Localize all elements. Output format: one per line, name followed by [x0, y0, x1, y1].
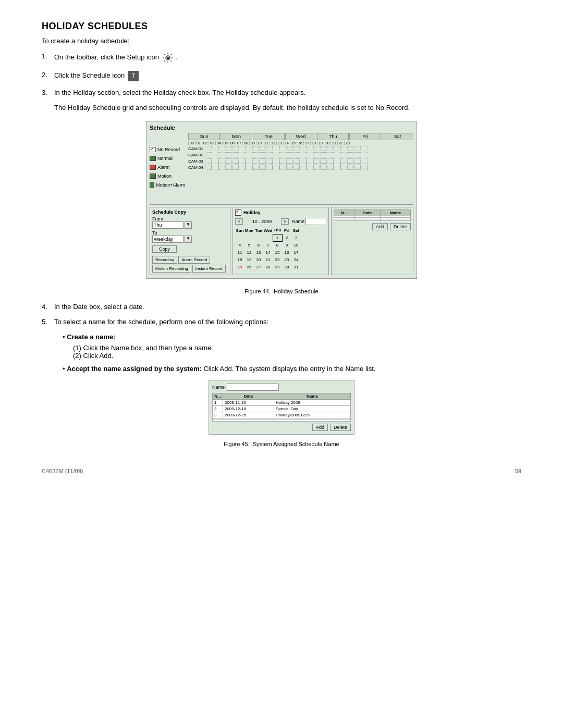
cal-cell[interactable]: 23: [282, 256, 291, 263]
name-list-diagram: Name N... Date Name 1 2009-11-26 Holiday…: [209, 380, 354, 435]
from-value[interactable]: Thu: [152, 221, 183, 229]
cal-cell[interactable]: [254, 234, 263, 241]
cal-hdr-fri: Fri: [282, 227, 291, 234]
cal-cell[interactable]: 7: [263, 241, 273, 249]
schedule-copy-panel: Schedule Copy From Thu ▼ To Weekday ▼ Co…: [150, 207, 230, 275]
step-1-num: 1.: [42, 52, 51, 60]
cal-cell[interactable]: 27: [254, 263, 263, 270]
cal-cell[interactable]: 10: [291, 241, 301, 249]
cal-next-btn[interactable]: >: [281, 218, 289, 225]
cam-02-cell: [279, 152, 286, 157]
copy-button[interactable]: Copy: [152, 245, 177, 253]
cam-02-cell: [293, 152, 300, 157]
cal-cell-today[interactable]: 1: [273, 234, 282, 241]
cam-04-cell: [246, 165, 252, 170]
to-value[interactable]: Weekday: [152, 236, 183, 243]
cal-cell[interactable]: 12: [244, 249, 254, 256]
cal-cell[interactable]: 19: [244, 256, 254, 263]
cam-04-label: CAM 04: [188, 165, 205, 170]
cam-01-cell: [354, 146, 361, 151]
cal-cell[interactable]: 22: [273, 256, 282, 263]
cal-cell[interactable]: 9: [282, 241, 291, 249]
cam-02-row: CAM 02: [188, 152, 413, 157]
name-list-panel: N... Date Name: [331, 207, 413, 275]
cal-cell[interactable]: 24: [291, 256, 301, 263]
cal-cell[interactable]: 3: [291, 234, 301, 241]
name-input-cal[interactable]: [305, 218, 326, 225]
hour-10: 10: [256, 141, 263, 145]
cam-04-cell: [279, 165, 286, 170]
add-button-fig45[interactable]: Add: [312, 424, 328, 431]
name-input-fig[interactable]: [227, 384, 279, 391]
cal-cell[interactable]: 13: [254, 249, 263, 256]
delete-button-sched[interactable]: Delete: [390, 223, 411, 230]
name-label-fig: Name: [212, 385, 225, 390]
cam-03-cell: [205, 158, 212, 164]
step-4-num: 4.: [42, 303, 51, 311]
cal-cell[interactable]: 2: [282, 234, 291, 241]
motion-recording-button[interactable]: Motion Recording: [152, 265, 191, 273]
hour-02: 02: [202, 141, 209, 145]
cal-cell[interactable]: 17: [291, 249, 301, 256]
add-button-sched[interactable]: Add: [372, 223, 388, 230]
cal-cell[interactable]: 21: [263, 256, 273, 263]
cal-cell[interactable]: 26: [244, 263, 254, 270]
cal-hdr-thu: Thu: [273, 227, 282, 234]
delete-button-fig45[interactable]: Delete: [330, 424, 351, 431]
cal-cell[interactable]: 28: [263, 263, 273, 270]
cal-cell[interactable]: 30: [282, 263, 291, 270]
cal-hdr-wed: Wed: [263, 227, 273, 234]
schedule-copy-title: Schedule Copy: [152, 209, 228, 215]
col-date: Date: [354, 210, 380, 216]
cal-cell[interactable]: 16: [282, 249, 291, 256]
fig45-buttons: Add Delete: [212, 424, 351, 431]
cal-cell[interactable]: 6: [254, 241, 263, 249]
cal-cell[interactable]: 29: [273, 263, 282, 270]
cal-cell-red[interactable]: 25: [235, 263, 244, 270]
cal-cell[interactable]: 31: [291, 263, 301, 270]
cal-cell[interactable]: 4: [235, 241, 244, 249]
figure44-caption: Figure 44. Holiday Schedule: [42, 288, 521, 294]
cam-04-cell: [300, 165, 307, 170]
recording-button[interactable]: Recording: [152, 256, 177, 264]
holiday-checkbox[interactable]: ✓: [235, 209, 241, 216]
cal-cell[interactable]: [235, 234, 244, 241]
cal-prev-btn[interactable]: <: [235, 218, 243, 225]
hour-22: 22: [337, 141, 344, 145]
cam-04-cell: [307, 165, 313, 170]
cal-cell[interactable]: 15: [273, 249, 282, 256]
cal-month-display: 10 . 2009: [244, 219, 279, 224]
cal-cell[interactable]: [263, 234, 273, 241]
cam-03-cell: [252, 158, 259, 164]
cal-cell[interactable]: [244, 234, 254, 241]
name-list-table-fig: N... Date Name 1 2009-11-26 Holiday 2009…: [212, 393, 351, 422]
alarm-record-button[interactable]: Alarm Record: [178, 256, 210, 264]
col-n-fig: N...: [213, 393, 223, 400]
cam-03-cell: [354, 158, 361, 164]
from-field: From Thu ▼: [152, 216, 228, 229]
to-dropdown-btn[interactable]: ▼: [185, 236, 192, 243]
step-5-content: To select a name for the schedule, perfo…: [54, 318, 521, 326]
cell-name-5: [274, 420, 350, 422]
create-name-bullet: • Create a name:: [63, 333, 521, 341]
cal-cell[interactable]: 5: [244, 241, 254, 249]
cell-name-1: Holiday 2009: [274, 400, 350, 406]
cam-02-cell: [327, 152, 334, 157]
hour-04: 04: [215, 141, 222, 145]
cal-cell[interactable]: 11: [235, 249, 244, 256]
cam-04-cell: [252, 165, 259, 170]
cam-03-cell: [259, 158, 266, 164]
from-dropdown-btn[interactable]: ▼: [185, 221, 192, 229]
cal-cell[interactable]: 14: [263, 249, 273, 256]
cal-hdr-sun: Sun: [235, 227, 244, 234]
col-name-fig: Name: [274, 393, 350, 400]
create-name-sub-2: (2) Click Add.: [73, 352, 521, 360]
cal-cell[interactable]: 18: [235, 256, 244, 263]
cam-02-cell: [266, 152, 273, 157]
instant-record-button[interactable]: Instant Record: [192, 265, 226, 273]
cal-cell[interactable]: 8: [273, 241, 282, 249]
legend-alarm-box: [150, 165, 156, 170]
hour-08: 08: [242, 141, 249, 145]
cal-cell[interactable]: 20: [254, 256, 263, 263]
footer-right: 59: [515, 468, 521, 474]
